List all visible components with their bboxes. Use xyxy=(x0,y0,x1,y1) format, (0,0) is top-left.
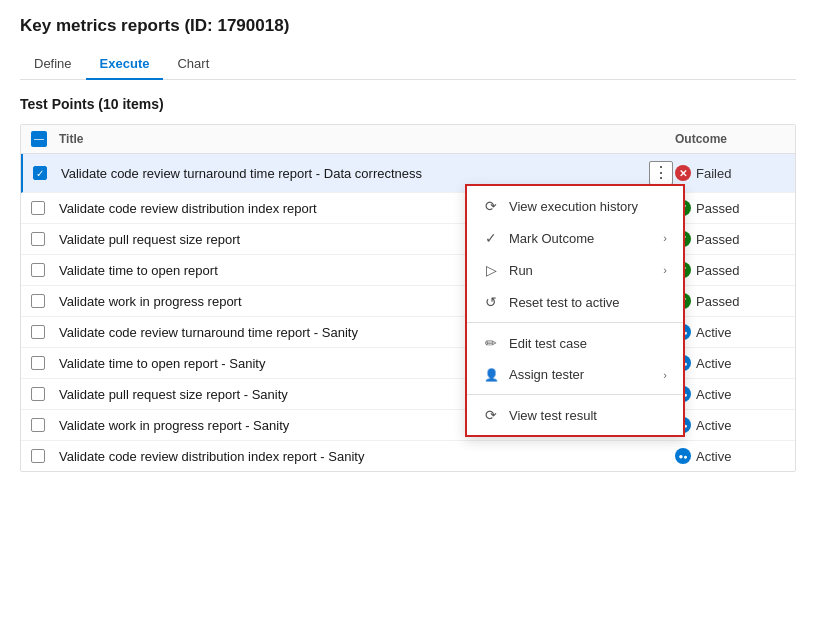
row-outcome-1: Failed xyxy=(675,165,785,181)
menu-label-run: Run xyxy=(509,263,653,278)
table-row: Validate code review turnaround time rep… xyxy=(21,154,795,193)
menu-item-mark-outcome[interactable]: ✓ Mark Outcome › xyxy=(467,222,683,254)
menu-label-view-result: View test result xyxy=(509,408,667,423)
tab-execute[interactable]: Execute xyxy=(86,48,164,79)
outcome-icon-active: ● xyxy=(675,448,691,464)
row-actions-1: ⋮ xyxy=(647,161,675,185)
row-outcome-5: Passed xyxy=(675,293,785,309)
row-outcome-6: ● Active xyxy=(675,324,785,340)
row-title-10: Validate code review distribution index … xyxy=(59,449,647,464)
page-title: Key metrics reports (ID: 1790018) xyxy=(20,16,796,36)
menu-item-run[interactable]: ▷ Run › xyxy=(467,254,683,286)
checkbox-5[interactable] xyxy=(31,294,45,308)
menu-item-edit[interactable]: ✏ Edit test case xyxy=(467,327,683,359)
checkbox-6[interactable] xyxy=(31,325,45,339)
tabs-bar: Define Execute Chart xyxy=(20,48,796,80)
menu-divider-1 xyxy=(467,322,683,323)
row-outcome-2: Passed xyxy=(675,200,785,216)
row-outcome-9: ● Active xyxy=(675,417,785,433)
arrow-icon-mark-outcome: › xyxy=(663,232,667,244)
row-outcome-8: ● Active xyxy=(675,386,785,402)
arrow-icon-run: › xyxy=(663,264,667,276)
column-header-title: Title xyxy=(59,132,675,146)
menu-label-edit: Edit test case xyxy=(509,336,667,351)
menu-label-mark-outcome: Mark Outcome xyxy=(509,231,653,246)
test-points-table: Title Outcome Validate code review turna… xyxy=(20,124,796,472)
checkbox-4[interactable] xyxy=(31,263,45,277)
history-icon: ⟳ xyxy=(483,198,499,214)
row-checkbox-10[interactable] xyxy=(31,449,59,463)
menu-item-view-result[interactable]: ⟳ View test result xyxy=(467,399,683,431)
select-all-button[interactable] xyxy=(31,131,47,147)
table-row: Validate code review distribution index … xyxy=(21,441,795,471)
arrow-icon-assign: › xyxy=(663,369,667,381)
row-checkbox-3[interactable] xyxy=(31,232,59,246)
row-outcome-10: ● Active xyxy=(675,448,785,464)
row-checkbox-5[interactable] xyxy=(31,294,59,308)
menu-divider-2 xyxy=(467,394,683,395)
tab-chart[interactable]: Chart xyxy=(163,48,223,79)
run-icon: ▷ xyxy=(483,262,499,278)
menu-label-assign: Assign tester xyxy=(509,367,653,382)
context-menu: ⟳ View execution history ✓ Mark Outcome … xyxy=(465,184,685,437)
row-checkbox-4[interactable] xyxy=(31,263,59,277)
more-options-button-1[interactable]: ⋮ xyxy=(649,161,673,185)
check-icon: ✓ xyxy=(483,230,499,246)
row-checkbox-6[interactable] xyxy=(31,325,59,339)
row-title-1: Validate code review turnaround time rep… xyxy=(61,166,647,181)
checkbox-2[interactable] xyxy=(31,201,45,215)
table-header: Title Outcome xyxy=(21,125,795,154)
result-icon: ⟳ xyxy=(483,407,499,423)
checkbox-10[interactable] xyxy=(31,449,45,463)
header-checkbox-cell xyxy=(31,131,59,147)
checkbox-7[interactable] xyxy=(31,356,45,370)
edit-icon: ✏ xyxy=(483,335,499,351)
row-checkbox-8[interactable] xyxy=(31,387,59,401)
outcome-icon-failed xyxy=(675,165,691,181)
checkbox-8[interactable] xyxy=(31,387,45,401)
assign-icon: 👤 xyxy=(483,368,499,382)
menu-label-reset: Reset test to active xyxy=(509,295,667,310)
checkbox-3[interactable] xyxy=(31,232,45,246)
row-outcome-3: Passed xyxy=(675,231,785,247)
column-header-outcome: Outcome xyxy=(675,132,785,146)
section-title: Test Points (10 items) xyxy=(20,96,796,112)
row-outcome-7: ● Active xyxy=(675,355,785,371)
checkbox-1[interactable] xyxy=(33,166,47,180)
row-outcome-4: Passed xyxy=(675,262,785,278)
row-checkbox-9[interactable] xyxy=(31,418,59,432)
page-wrapper: Key metrics reports (ID: 1790018) Define… xyxy=(0,0,816,488)
tab-define[interactable]: Define xyxy=(20,48,86,79)
row-checkbox-7[interactable] xyxy=(31,356,59,370)
checkbox-9[interactable] xyxy=(31,418,45,432)
row-checkbox-2[interactable] xyxy=(31,201,59,215)
menu-item-assign[interactable]: 👤 Assign tester › xyxy=(467,359,683,390)
menu-item-reset[interactable]: ↺ Reset test to active xyxy=(467,286,683,318)
reset-icon: ↺ xyxy=(483,294,499,310)
row-checkbox-1[interactable] xyxy=(33,166,61,180)
menu-label-view-history: View execution history xyxy=(509,199,667,214)
menu-item-view-history[interactable]: ⟳ View execution history xyxy=(467,190,683,222)
